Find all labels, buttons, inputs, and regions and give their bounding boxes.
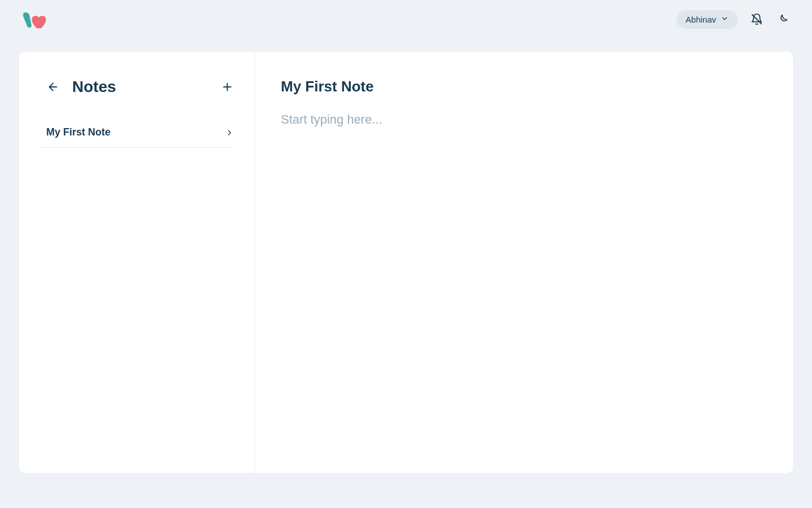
app-logo[interactable] <box>23 10 48 28</box>
top-bar: Abhinav <box>0 0 812 38</box>
note-editor: My First Note <box>255 52 793 473</box>
add-note-button[interactable] <box>220 80 234 94</box>
chevron-right-icon <box>225 128 234 137</box>
dark-mode-toggle[interactable] <box>776 12 789 26</box>
notifications-off-icon[interactable] <box>750 12 764 26</box>
user-name: Abhinav <box>686 15 716 24</box>
notes-sidebar: Notes My First Note <box>19 52 255 473</box>
sidebar-title: Notes <box>72 78 208 96</box>
main-card: Notes My First Note My First Note <box>19 52 793 473</box>
chevron-down-icon <box>721 15 729 24</box>
note-list-item[interactable]: My First Note <box>39 117 234 148</box>
note-item-label: My First Note <box>46 126 111 138</box>
header-right: Abhinav <box>677 10 789 29</box>
note-body-input[interactable] <box>281 112 767 338</box>
user-menu[interactable]: Abhinav <box>677 10 738 29</box>
back-button[interactable] <box>46 80 60 94</box>
note-title: My First Note <box>281 78 767 95</box>
sidebar-header: Notes <box>46 78 234 96</box>
